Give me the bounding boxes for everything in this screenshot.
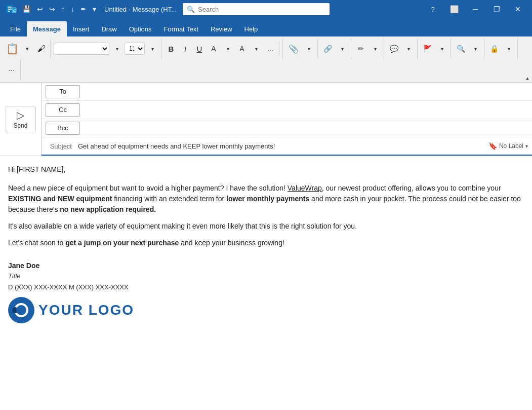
- redo-qat-button[interactable]: ↪: [47, 4, 57, 14]
- send-area: ▷ Send: [0, 83, 42, 156]
- title-bar-controls: ? ⬜ ─ ❐ ✕: [423, 1, 528, 17]
- tab-message[interactable]: Message: [27, 21, 67, 36]
- format-painter-button[interactable]: 🖌: [35, 42, 48, 56]
- dictate-group: 💬 ▾: [385, 39, 418, 59]
- send-button[interactable]: ▷ Send: [6, 106, 36, 132]
- font-size-select[interactable]: 11: [125, 43, 145, 55]
- zoom-button[interactable]: 🔍: [454, 42, 468, 56]
- outlook-icon: @: [4, 2, 18, 16]
- link-button[interactable]: 🔗: [321, 42, 335, 56]
- tab-format-text[interactable]: Format Text: [158, 21, 204, 36]
- dictate-button[interactable]: 💬: [387, 42, 401, 56]
- body-paragraph-3: Let's chat soon to get a jump on your ne…: [8, 238, 524, 248]
- email-body[interactable]: Hi [FIRST NAME], Need a new piece of equ…: [0, 156, 532, 410]
- font-color-button[interactable]: A: [235, 42, 249, 56]
- signature-group: ✏ ▾: [352, 39, 384, 59]
- email-header: ▷ Send To Cc Bcc Subject: [0, 83, 532, 156]
- more-format-button[interactable]: ...: [264, 42, 277, 56]
- body-paragraph-2: It's also available on a wide variety of…: [8, 221, 524, 232]
- label-icon: 🔖: [488, 142, 497, 150]
- title-bar: @ 💾 ↩ ↪ ↑ ↓ ✒ ▾ Untitled - Message (HT..…: [0, 0, 532, 18]
- p1-bold3: no new application required.: [60, 205, 156, 213]
- bcc-input[interactable]: [84, 124, 532, 132]
- more-group: ···: [3, 60, 21, 80]
- encrypt-button[interactable]: 🔒: [487, 42, 501, 56]
- signature-block: Jane Doe Title D (XXX) XXX-XXXX M (XXX) …: [8, 260, 524, 323]
- search-box[interactable]: 🔍: [183, 3, 330, 15]
- highlight-button[interactable]: A: [207, 42, 220, 56]
- encrypt-group: 🔒 ▾: [485, 39, 518, 59]
- zoom-dropdown[interactable]: ▾: [469, 42, 482, 56]
- title-bar-left: @ 💾 ↩ ↪ ↑ ↓ ✒ ▾ Untitled - Message (HT..…: [4, 2, 416, 16]
- logo-circle: [8, 297, 34, 323]
- attach-file-button[interactable]: 📎: [286, 42, 301, 56]
- body-greeting: Hi [FIRST NAME],: [8, 164, 524, 175]
- sig-name: Jane Doe: [8, 260, 524, 271]
- cc-button[interactable]: Cc: [46, 103, 80, 117]
- bcc-row: Bcc: [42, 119, 532, 137]
- signature-qat-button[interactable]: ✒: [78, 4, 89, 14]
- no-label-text: No Label: [499, 142, 523, 150]
- help-icon-button[interactable]: ?: [423, 1, 443, 17]
- sig-phone: D (XXX) XXX-XXXX M (XXX) XXX-XXXX: [8, 282, 524, 292]
- tab-options[interactable]: Options: [123, 21, 158, 36]
- minimize-button[interactable]: ─: [465, 1, 485, 17]
- tags-button[interactable]: 🚩: [421, 42, 434, 56]
- underline-button[interactable]: U: [193, 42, 206, 56]
- font-size-dropdown[interactable]: ▾: [146, 42, 159, 56]
- subject-input[interactable]: [76, 142, 488, 150]
- tab-draw[interactable]: Draw: [95, 21, 122, 36]
- cc-input[interactable]: [84, 106, 532, 114]
- to-button[interactable]: To: [46, 85, 80, 98]
- p3-after: and keep your business growing!: [179, 239, 284, 247]
- new-items-button[interactable]: 📋: [5, 42, 20, 56]
- save-qat-button[interactable]: 💾: [20, 4, 33, 14]
- link-dropdown[interactable]: ▾: [336, 42, 349, 56]
- tab-review[interactable]: Review: [204, 21, 238, 36]
- clipboard-dropdown[interactable]: ▾: [21, 42, 34, 56]
- subject-row: Subject 🔖 No Label ▾: [42, 137, 532, 156]
- to-input[interactable]: [84, 88, 532, 95]
- header-rows-area: ▷ Send To Cc Bcc Subject: [0, 83, 532, 156]
- font-group: ▾ 11 ▾: [52, 39, 161, 59]
- up-qat-button[interactable]: ↑: [59, 4, 67, 14]
- undo-qat-button[interactable]: ↩: [35, 4, 45, 14]
- ribbon-toggle-button[interactable]: ⬜: [444, 1, 464, 17]
- svg-rect-2: [8, 9, 12, 10]
- search-input[interactable]: [198, 6, 325, 13]
- more-options-button[interactable]: ···: [5, 63, 18, 77]
- ribbon-expand-button[interactable]: ▲: [525, 76, 530, 81]
- p1-mid: financing with an extended term for: [112, 195, 226, 203]
- font-family-select[interactable]: [54, 43, 109, 55]
- attach-dropdown[interactable]: ▾: [302, 42, 315, 56]
- highlight-dropdown[interactable]: ▾: [221, 42, 234, 56]
- qat-dropdown-button[interactable]: ▾: [91, 4, 98, 14]
- signature-button[interactable]: ✏: [354, 42, 367, 56]
- label-area[interactable]: 🔖 No Label ▾: [488, 142, 532, 150]
- logo-area: YOUR LOGO: [8, 297, 524, 323]
- tab-help[interactable]: Help: [238, 21, 264, 36]
- svg-text:@: @: [13, 9, 17, 12]
- send-label: Send: [13, 122, 27, 129]
- signature-dropdown[interactable]: ▾: [369, 42, 382, 56]
- p1-bold2: lower monthly payments: [226, 195, 309, 203]
- p1-before: Need a new piece of equipment but want t…: [8, 184, 288, 192]
- font-family-dropdown[interactable]: ▾: [110, 42, 124, 56]
- ribbon-tabs: File Message Insert Draw Options Format …: [0, 18, 532, 36]
- tab-insert[interactable]: Insert: [67, 21, 96, 36]
- bcc-button[interactable]: Bcc: [46, 122, 80, 135]
- close-button[interactable]: ✕: [508, 1, 528, 17]
- zoom-group: 🔍 ▾: [452, 39, 484, 59]
- tab-file[interactable]: File: [4, 21, 27, 36]
- italic-button[interactable]: I: [179, 42, 192, 56]
- dictate-dropdown[interactable]: ▾: [402, 42, 415, 56]
- encrypt-dropdown[interactable]: ▾: [502, 42, 515, 56]
- tags-dropdown[interactable]: ▾: [435, 42, 448, 56]
- font-color-dropdown[interactable]: ▾: [250, 42, 263, 56]
- tags-group: 🚩 ▾: [419, 39, 451, 59]
- fields-section: To Cc Bcc Subject 🔖 No Label: [42, 83, 532, 156]
- restore-button[interactable]: ❐: [486, 1, 507, 17]
- window-title: Untitled - Message (HT...: [104, 6, 177, 13]
- bold-button[interactable]: B: [165, 42, 178, 56]
- down-qat-button[interactable]: ↓: [69, 4, 76, 14]
